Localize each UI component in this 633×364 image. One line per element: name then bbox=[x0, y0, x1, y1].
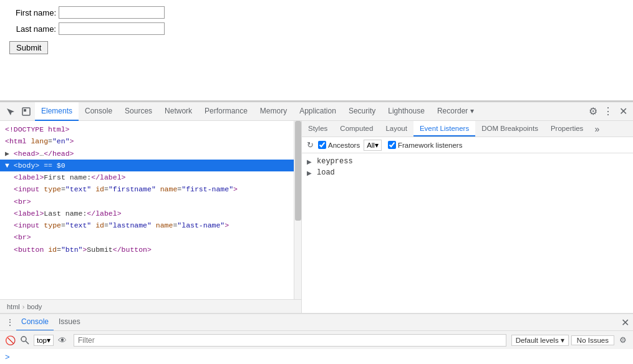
first-name-input[interactable] bbox=[59, 6, 165, 19]
submit-button[interactable]: Submit bbox=[9, 41, 48, 54]
first-name-label: First name: bbox=[9, 8, 56, 17]
last-name-input[interactable] bbox=[59, 22, 165, 35]
first-name-row: First name: bbox=[9, 6, 624, 19]
page-content: First name: Last name: Submit bbox=[0, 0, 633, 101]
last-name-row: Last name: bbox=[9, 22, 624, 35]
last-name-label: Last name: bbox=[9, 24, 56, 34]
